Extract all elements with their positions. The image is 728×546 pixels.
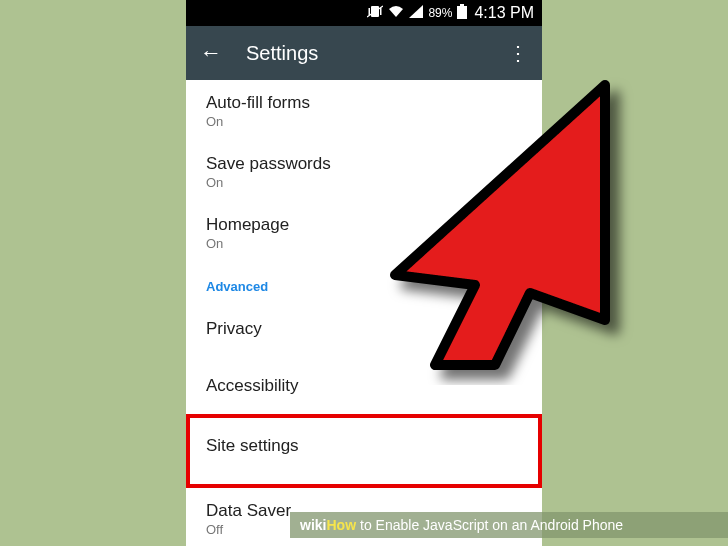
setting-title: Homepage [206,215,522,235]
signal-icon [409,5,423,21]
setting-title: Privacy [206,313,522,345]
setting-accessibility[interactable]: Accessibility [186,357,542,414]
watermark-brand-2: How [326,517,356,533]
section-header-advanced: Advanced [186,263,542,300]
back-icon[interactable]: ← [200,40,222,66]
vibrate-icon [367,5,383,21]
svg-rect-1 [369,8,371,15]
watermark-text: to Enable JavaScript on an Android Phone [360,517,623,533]
setting-homepage[interactable]: Homepage On [186,202,542,263]
svg-rect-4 [460,4,464,6]
svg-rect-5 [457,6,467,19]
app-bar: ← Settings ⋮ [186,26,542,80]
setting-subtitle: On [206,175,522,190]
setting-title: Auto-fill forms [206,93,522,113]
settings-list: Auto-fill forms On Save passwords On Hom… [186,80,542,546]
battery-percent: 89% [428,6,452,20]
watermark: wikiHow to Enable JavaScript on an Andro… [290,512,728,538]
setting-title: Site settings [206,430,522,462]
setting-site-settings[interactable]: Site settings [186,414,542,488]
setting-subtitle: On [206,236,522,251]
page-title: Settings [246,42,318,65]
setting-title: Accessibility [206,370,522,402]
watermark-brand-1: wiki [300,517,326,533]
setting-title: Save passwords [206,154,522,174]
svg-rect-2 [380,8,382,15]
phone-frame: 89% 4:13 PM ← Settings ⋮ Auto-fill forms… [186,0,542,546]
setting-save-passwords[interactable]: Save passwords On [186,141,542,202]
clock: 4:13 PM [474,4,534,22]
setting-subtitle: On [206,114,522,129]
wifi-icon [388,5,404,21]
overflow-menu-icon[interactable]: ⋮ [508,41,526,65]
status-bar: 89% 4:13 PM [186,0,542,26]
setting-privacy[interactable]: Privacy [186,300,542,357]
setting-autofill-forms[interactable]: Auto-fill forms On [186,80,542,141]
battery-icon [457,4,467,22]
